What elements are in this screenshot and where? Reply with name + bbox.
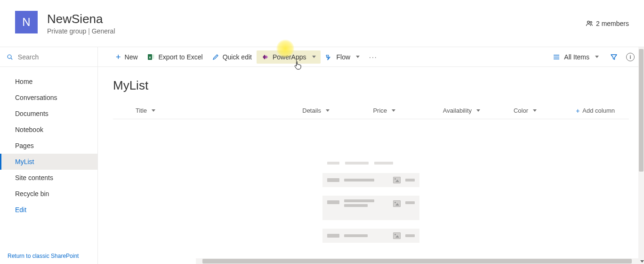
- nav-item-edit[interactable]: Edit: [0, 202, 97, 218]
- return-classic-link[interactable]: Return to classic SharePoint: [0, 248, 97, 264]
- nav-item-site-contents[interactable]: Site contents: [0, 170, 97, 186]
- nav-item-recycle-bin[interactable]: Recycle bin: [0, 186, 97, 202]
- svg-rect-8: [152, 58, 154, 58]
- filter-icon[interactable]: [610, 53, 618, 61]
- chevron-down-icon: [326, 109, 330, 112]
- svg-text:x: x: [149, 55, 151, 59]
- column-header-color[interactable]: Color: [480, 107, 537, 114]
- powerapps-button[interactable]: PowerApps: [257, 50, 321, 64]
- flow-icon: [325, 53, 333, 61]
- list-title: MyList: [113, 78, 629, 93]
- chevron-down-icon: [595, 56, 599, 58]
- site-logo[interactable]: N: [15, 11, 38, 33]
- members-link[interactable]: 2 members: [586, 20, 629, 27]
- command-bar: + New x Export to Excel Quick edit: [98, 47, 644, 67]
- skeleton-card: [322, 196, 419, 220]
- ellipsis-icon: ···: [369, 53, 378, 61]
- nav-item-notebook[interactable]: Notebook: [0, 122, 97, 138]
- list-content: MyList Title Details Price Availability: [98, 67, 644, 264]
- svg-rect-7: [152, 56, 154, 57]
- col-label: Title: [136, 107, 147, 114]
- export-excel-button[interactable]: x Export to Excel: [143, 50, 208, 64]
- chevron-down-icon: [152, 109, 155, 112]
- col-label: Availability: [443, 107, 472, 114]
- powerapps-label: PowerApps: [273, 53, 306, 61]
- excel-icon: x: [147, 53, 155, 61]
- list-view-icon: [553, 53, 560, 61]
- scrollbar-thumb[interactable]: [639, 49, 644, 172]
- skeleton-card: [322, 173, 419, 187]
- search-input[interactable]: [18, 53, 91, 61]
- col-label: Price: [373, 107, 387, 114]
- quick-edit-button[interactable]: Quick edit: [208, 50, 257, 64]
- column-header-details[interactable]: Details: [254, 107, 330, 114]
- search-box[interactable]: [0, 47, 97, 67]
- vertical-scrollbar[interactable]: [638, 47, 644, 264]
- export-label: Export to Excel: [159, 53, 203, 61]
- chevron-down-icon: [476, 109, 480, 112]
- chevron-down-icon: [356, 56, 360, 58]
- skeleton-card: [322, 229, 419, 243]
- new-button[interactable]: + New: [111, 50, 143, 64]
- scroll-down-arrow[interactable]: [638, 258, 644, 264]
- nav-item-pages[interactable]: Pages: [0, 138, 97, 154]
- main-area: + New x Export to Excel Quick edit: [98, 47, 644, 264]
- svg-point-1: [590, 21, 592, 23]
- empty-list-illustration: [113, 162, 629, 243]
- svg-line-3: [11, 58, 12, 59]
- nav-item-documents[interactable]: Documents: [0, 106, 97, 122]
- nav-list: Home Conversations Documents Notebook Pa…: [0, 67, 97, 248]
- site-header: N NewSiena Private group | General 2 mem…: [0, 0, 644, 47]
- col-label: Details: [302, 107, 321, 114]
- group-privacy: Private group: [47, 27, 86, 35]
- column-header-price[interactable]: Price: [330, 107, 395, 114]
- skeleton-ghost-header: [322, 162, 419, 165]
- column-header-availability[interactable]: Availability: [395, 107, 480, 114]
- pipe-divider: |: [88, 27, 92, 35]
- nav-item-conversations[interactable]: Conversations: [0, 90, 97, 106]
- add-column-label: Add column: [582, 107, 615, 114]
- more-commands-button[interactable]: ···: [364, 50, 382, 64]
- site-metadata: NewSiena Private group | General: [47, 12, 586, 35]
- chevron-down-icon: [533, 109, 537, 112]
- site-title[interactable]: NewSiena: [47, 12, 586, 26]
- powerapps-icon: [261, 53, 269, 61]
- horizontal-scrollbar[interactable]: [196, 258, 638, 264]
- flow-label: Flow: [337, 53, 351, 61]
- info-icon[interactable]: i: [626, 53, 635, 61]
- column-header-row: Title Details Price Availability Color: [113, 102, 629, 119]
- svg-point-0: [588, 21, 590, 23]
- members-label: 2 members: [596, 20, 629, 27]
- view-label: All Items: [564, 53, 589, 61]
- svg-rect-6: [152, 55, 154, 56]
- left-navigation: Home Conversations Documents Notebook Pa…: [0, 47, 98, 264]
- scrollbar-thumb[interactable]: [202, 259, 632, 264]
- pencil-icon: [212, 54, 219, 60]
- flow-button[interactable]: Flow: [321, 50, 365, 64]
- new-label: New: [125, 53, 138, 61]
- chevron-down-icon: [392, 109, 395, 112]
- chevron-down-icon: [312, 56, 316, 58]
- nav-item-mylist[interactable]: MyList: [0, 154, 97, 170]
- search-icon: [7, 53, 13, 61]
- svg-point-2: [8, 55, 11, 58]
- col-label: Color: [514, 107, 528, 114]
- site-subtitle: Private group | General: [47, 27, 586, 35]
- people-icon: [586, 20, 593, 27]
- add-column-button[interactable]: + Add column: [537, 107, 629, 114]
- view-dropdown[interactable]: All Items: [550, 51, 602, 63]
- nav-item-home[interactable]: Home: [0, 74, 97, 90]
- site-logo-letter: N: [22, 16, 30, 29]
- plus-icon: +: [116, 53, 121, 61]
- group-classification: General: [92, 27, 115, 35]
- plus-icon: +: [576, 107, 580, 114]
- column-header-title[interactable]: Title: [113, 107, 254, 114]
- quick-edit-label: Quick edit: [223, 53, 252, 61]
